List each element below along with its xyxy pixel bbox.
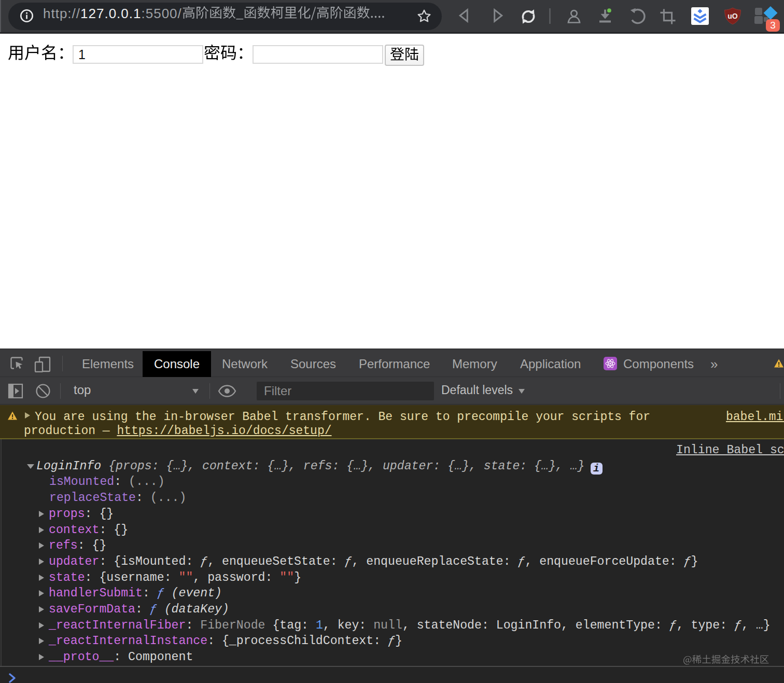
svg-text:uO: uO [727, 12, 738, 20]
